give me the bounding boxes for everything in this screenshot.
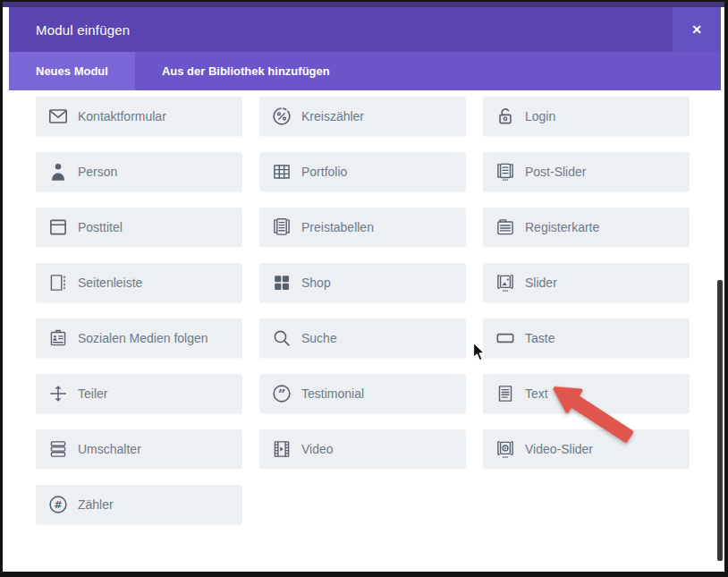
module-label: Slider <box>525 276 557 290</box>
module-label: Testimonial <box>301 386 364 401</box>
frame-border-bottom <box>0 572 728 577</box>
module-grid: KontaktformularKreiszählerLoginPersonPor… <box>36 97 721 524</box>
grid-icon <box>270 160 293 183</box>
magnifier-icon <box>270 327 293 350</box>
svg-text:”: ” <box>278 386 286 403</box>
module-button-kreisz-hler[interactable]: Kreiszähler <box>259 97 466 136</box>
module-label: Kreiszähler <box>301 109 364 123</box>
module-label: Umschalter <box>78 442 141 456</box>
divider-arrows-icon <box>47 382 70 405</box>
module-label: Posttitel <box>78 220 123 234</box>
button-icon <box>494 327 517 350</box>
circle-percent-icon <box>270 105 293 128</box>
module-label: Sozialen Medien folgen <box>78 331 208 345</box>
module-button-login[interactable]: Login <box>483 97 690 136</box>
module-label: Registerkarte <box>525 220 599 234</box>
svg-text:#: # <box>54 498 63 511</box>
tabs-icon <box>494 216 517 239</box>
dialog-title: Modul einfügen <box>9 22 130 38</box>
post-slider-icon <box>494 160 517 183</box>
module-button-seitenleiste[interactable]: Seitenleiste <box>36 263 242 302</box>
module-label: Seitenleiste <box>78 276 142 290</box>
tab-aus-der-bibliothek[interactable]: Aus der Bibliothek hinzufügen <box>135 52 357 90</box>
module-button-taste[interactable]: Taste <box>483 318 690 358</box>
module-button-umschalter[interactable]: Umschalter <box>36 429 242 469</box>
module-button-shop[interactable]: Shop <box>259 263 466 302</box>
stacked-bars-icon <box>47 437 70 461</box>
module-label: Preistabellen <box>301 220 374 234</box>
module-button-testimonial[interactable]: ”Testimonial <box>259 374 466 413</box>
module-button-posttitel[interactable]: Posttitel <box>36 208 242 247</box>
frame-border-right <box>724 0 728 577</box>
close-button[interactable]: ✕ <box>673 7 721 52</box>
dialog-header: Modul einfügen ✕ <box>9 7 721 52</box>
module-button-video-slider[interactable]: Video-Slider <box>483 429 690 469</box>
module-label: Login <box>525 109 555 123</box>
module-label: Taste <box>525 331 554 345</box>
module-label: Teiler <box>78 386 107 401</box>
module-label: Video-Slider <box>525 442 593 456</box>
module-button-portfolio[interactable]: Portfolio <box>259 152 466 191</box>
module-label: Shop <box>301 276 331 290</box>
module-label: Text <box>525 386 548 401</box>
close-icon: ✕ <box>691 22 702 37</box>
module-button-sozialen-medien-folgen[interactable]: Sozialen Medien folgen <box>36 318 242 358</box>
insert-module-dialog: Modul einfügen ✕ Neues Modul Aus der Bib… <box>9 7 721 572</box>
module-button-teiler[interactable]: Teiler <box>36 374 242 413</box>
module-button-preistabellen[interactable]: Preistabellen <box>259 208 466 247</box>
quote-icon: ” <box>270 382 293 405</box>
pricing-table-icon <box>270 216 293 239</box>
module-button-kontaktformular[interactable]: Kontaktformular <box>36 97 242 136</box>
module-label: Kontaktformular <box>78 109 166 123</box>
screenshot-page: Modul einfügen ✕ Neues Modul Aus der Bib… <box>0 0 728 577</box>
module-label: Person <box>78 165 117 179</box>
frame-border-left <box>0 0 3 577</box>
module-button-post-slider[interactable]: Post-Slider <box>483 152 690 191</box>
padlock-open-icon <box>494 105 517 128</box>
module-label: Portfolio <box>301 165 347 179</box>
dialog-body: KontaktformularKreiszählerLoginPersonPor… <box>9 90 721 524</box>
module-button-registerkarte[interactable]: Registerkarte <box>483 208 690 247</box>
module-button-z-hler[interactable]: #Zähler <box>36 485 242 524</box>
module-button-video[interactable]: Video <box>259 429 466 469</box>
video-slider-icon <box>494 437 517 461</box>
module-button-suche[interactable]: Suche <box>259 318 466 358</box>
text-lines-icon <box>494 382 517 405</box>
dialog-tabbar: Neues Modul Aus der Bibliothek hinzufüge… <box>9 52 721 90</box>
tab-neues-modul[interactable]: Neues Modul <box>9 52 135 90</box>
module-label: Video <box>301 442 334 456</box>
module-label: Zähler <box>78 497 114 512</box>
four-squares-icon <box>270 271 293 294</box>
window-titlebar-icon <box>47 216 70 239</box>
id-card-icon <box>47 327 70 350</box>
circle-hash-icon: # <box>47 493 70 516</box>
person-icon <box>47 160 70 183</box>
sidebar-icon <box>47 271 70 294</box>
module-button-text[interactable]: Text <box>483 374 690 413</box>
module-label: Post-Slider <box>525 165 586 179</box>
filmstrip-play-icon <box>270 437 293 461</box>
module-button-slider[interactable]: Slider <box>483 263 690 302</box>
module-button-person[interactable]: Person <box>36 152 242 191</box>
scrollbar-thumb[interactable] <box>717 280 723 561</box>
image-slider-icon <box>494 271 517 294</box>
module-label: Suche <box>301 331 337 345</box>
envelope-icon <box>47 105 70 128</box>
